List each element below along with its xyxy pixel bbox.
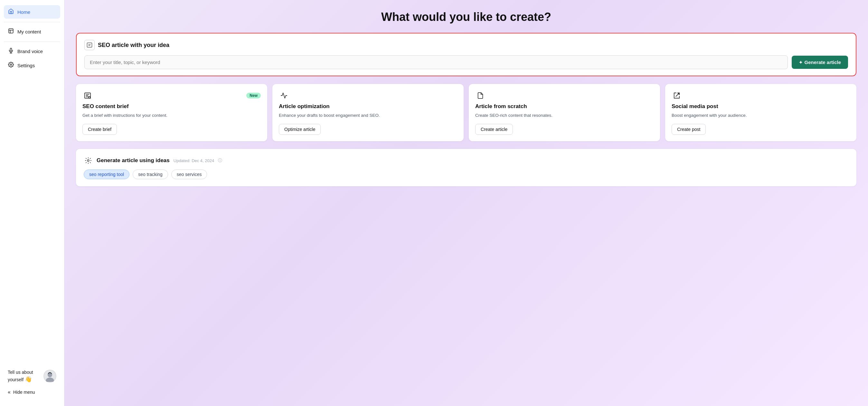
generate-btn-label: Generate article — [805, 60, 841, 65]
card-seo-brief-desc: Get a brief with instructions for your c… — [83, 112, 261, 119]
seo-article-box: SEO article with your idea ✦ Generate ar… — [76, 33, 857, 76]
sidebar-item-settings[interactable]: Settings — [4, 59, 60, 72]
sidebar-item-brand-voice[interactable]: Brand voice — [4, 44, 60, 58]
ideas-updated: Updated: Dec 4, 2024 — [174, 158, 214, 163]
new-badge: New — [246, 93, 261, 98]
ideas-header: Generate article using ideas Updated: De… — [84, 156, 849, 165]
settings-icon — [8, 62, 14, 69]
seo-article-icon — [84, 40, 95, 50]
sidebar-brand-voice-label: Brand voice — [18, 48, 43, 54]
tag-seo-tracking[interactable]: seo tracking — [133, 170, 168, 179]
social-media-icon — [672, 91, 682, 101]
card-social-media: Social media post Boost engagement with … — [665, 84, 857, 141]
create-post-button[interactable]: Create post — [672, 124, 706, 135]
sidebar-my-content-label: My content — [18, 29, 41, 34]
tell-us-section[interactable]: Tell us about yourself 👋 — [4, 366, 60, 386]
article-opt-icon — [279, 91, 289, 101]
svg-point-5 — [10, 64, 12, 66]
svg-rect-0 — [9, 29, 13, 33]
card-seo-brief-header: New — [83, 91, 261, 101]
seo-article-title: SEO article with your idea — [98, 42, 169, 48]
card-article-scratch-desc: Create SEO-rich content that resonates. — [475, 112, 654, 119]
optimize-article-button[interactable]: Optimize article — [279, 124, 321, 135]
card-article-scratch-header — [475, 91, 654, 101]
sidebar-divider — [4, 22, 60, 22]
star-icon: ✦ — [799, 60, 803, 65]
hide-menu-icon: « — [8, 389, 11, 395]
sidebar-home-label: Home — [18, 9, 30, 15]
cards-row: New SEO content brief Get a brief with i… — [76, 84, 857, 141]
sidebar: Home My content Brand voice — [0, 0, 64, 406]
card-article-scratch: Article from scratch Create SEO-rich con… — [469, 84, 660, 141]
hide-menu-label: Hide menu — [13, 390, 35, 395]
sidebar-item-my-content[interactable]: My content — [4, 25, 60, 38]
ideas-title: Generate article using ideas — [97, 157, 170, 164]
sidebar-divider2 — [4, 41, 60, 42]
create-brief-button[interactable]: Create brief — [83, 124, 117, 135]
tag-seo-services[interactable]: seo services — [171, 170, 207, 179]
article-scratch-icon — [475, 91, 486, 101]
avatar — [43, 370, 56, 382]
tell-us-content: Tell us about yourself 👋 — [8, 369, 41, 383]
svg-point-15 — [87, 160, 89, 162]
card-social-media-header — [672, 91, 850, 101]
seo-keyword-input[interactable] — [84, 55, 788, 69]
ideas-icon — [84, 156, 93, 165]
card-article-opt: Article optimization Enhance your drafts… — [272, 84, 464, 141]
sidebar-spacer — [4, 73, 60, 364]
ideas-section: Generate article using ideas Updated: De… — [76, 149, 857, 186]
hide-menu-button[interactable]: « Hide menu — [4, 386, 60, 398]
card-seo-brief-title: SEO content brief — [83, 103, 261, 110]
sidebar-item-home[interactable]: Home — [4, 5, 60, 19]
brand-voice-icon — [8, 47, 14, 55]
card-social-media-title: Social media post — [672, 103, 850, 110]
card-article-opt-desc: Enhance your drafts to boost engagement … — [279, 112, 457, 119]
my-content-icon — [8, 28, 14, 35]
home-icon — [8, 8, 14, 15]
sidebar-bottom: Tell us about yourself 👋 « Hide menu — [4, 364, 60, 401]
card-article-scratch-title: Article from scratch — [475, 103, 654, 110]
sidebar-settings-label: Settings — [18, 63, 35, 68]
page-title: What would you like to create? — [76, 10, 857, 24]
seo-brief-icon — [83, 91, 93, 101]
seo-article-input-row: ✦ Generate article — [84, 55, 848, 69]
card-seo-brief: New SEO content brief Get a brief with i… — [76, 84, 267, 141]
card-article-opt-title: Article optimization — [279, 103, 457, 110]
main-content: What would you like to create? SEO artic… — [64, 0, 868, 406]
card-social-media-desc: Boost engagement with your audience. — [672, 112, 850, 119]
generate-article-button[interactable]: ✦ Generate article — [792, 56, 848, 69]
info-icon[interactable]: ⓘ — [218, 158, 222, 163]
create-article-button[interactable]: Create article — [475, 124, 513, 135]
tag-seo-reporting-tool[interactable]: seo reporting tool — [84, 170, 129, 179]
card-article-opt-header — [279, 91, 457, 101]
seo-article-header: SEO article with your idea — [84, 40, 848, 50]
svg-rect-9 — [87, 43, 92, 47]
ideas-tags: seo reporting tool seo tracking seo serv… — [84, 170, 849, 179]
